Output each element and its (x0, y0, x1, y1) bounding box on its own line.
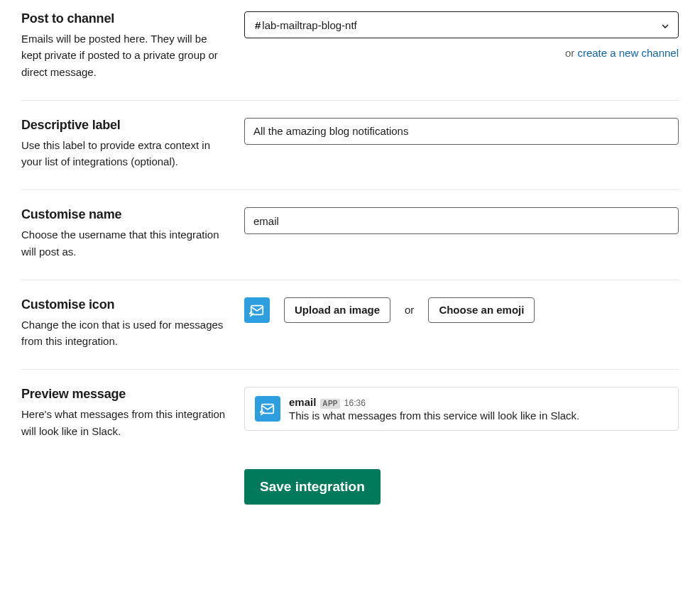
section-left: Customise icon Change the icon that is u… (21, 297, 244, 350)
preview-message-body: This is what messages from this service … (289, 409, 668, 422)
section-left: Customise name Choose the username that … (21, 207, 244, 260)
section-right (244, 118, 679, 170)
section-right: Upload an image or Choose an emoji (244, 297, 679, 350)
current-integration-icon (244, 297, 270, 323)
preview-box: email APP 16:36 This is what messages fr… (244, 387, 679, 431)
preview-header-row: email APP 16:36 (289, 396, 668, 409)
name-input[interactable] (244, 207, 679, 234)
channel-select[interactable]: #lab-mailtrap-blog-ntf (244, 11, 679, 38)
save-row: Save integration (21, 446, 679, 505)
section-title-preview: Preview message (21, 387, 230, 402)
icon-controls-row: Upload an image or Choose an emoji (244, 297, 679, 323)
preview-content: email APP 16:36 This is what messages fr… (289, 396, 668, 422)
section-desc-label: Use this label to provide extra context … (21, 137, 230, 170)
preview-avatar (255, 396, 280, 422)
section-desc-channel: Emails will be posted here. They will be… (21, 31, 230, 80)
preview-username: email (289, 396, 316, 409)
or-text: or (565, 47, 578, 59)
section-title-icon: Customise icon (21, 297, 230, 312)
section-right: #lab-mailtrap-blog-ntf or create a new c… (244, 11, 679, 80)
section-post-to-channel: Post to channel Emails will be posted he… (21, 11, 679, 101)
choose-emoji-button[interactable]: Choose an emoji (428, 297, 535, 323)
envelope-icon (260, 401, 275, 417)
section-left: Descriptive label Use this label to prov… (21, 118, 244, 170)
section-preview-message: Preview message Here's what messages fro… (21, 370, 679, 446)
save-integration-button[interactable]: Save integration (244, 469, 381, 505)
create-channel-link[interactable]: create a new channel (577, 47, 679, 59)
section-title-label: Descriptive label (21, 118, 230, 133)
app-badge: APP (320, 399, 339, 409)
section-customise-name: Customise name Choose the username that … (21, 190, 679, 280)
label-input[interactable] (244, 118, 679, 145)
section-left: Preview message Here's what messages fro… (21, 387, 244, 439)
channel-helper-row: or create a new channel (244, 47, 679, 59)
hash-icon: # (255, 19, 261, 31)
section-desc-icon: Change the icon that is used for message… (21, 317, 230, 350)
preview-timestamp: 16:36 (344, 398, 366, 408)
section-desc-name: Choose the username that this integratio… (21, 226, 230, 260)
section-right (244, 207, 679, 260)
section-descriptive-label: Descriptive label Use this label to prov… (21, 101, 679, 191)
section-right: email APP 16:36 This is what messages fr… (244, 387, 679, 439)
section-customise-icon: Customise icon Change the icon that is u… (21, 280, 679, 370)
section-title-channel: Post to channel (21, 11, 230, 26)
section-desc-preview: Here's what messages from this integrati… (21, 406, 230, 439)
or-separator: or (405, 304, 414, 316)
upload-image-button[interactable]: Upload an image (284, 297, 390, 323)
envelope-icon (249, 302, 265, 318)
channel-select-wrap: #lab-mailtrap-blog-ntf (244, 11, 679, 38)
channel-select-value: lab-mailtrap-blog-ntf (262, 19, 356, 31)
section-left: Post to channel Emails will be posted he… (21, 11, 244, 80)
section-title-name: Customise name (21, 207, 230, 222)
